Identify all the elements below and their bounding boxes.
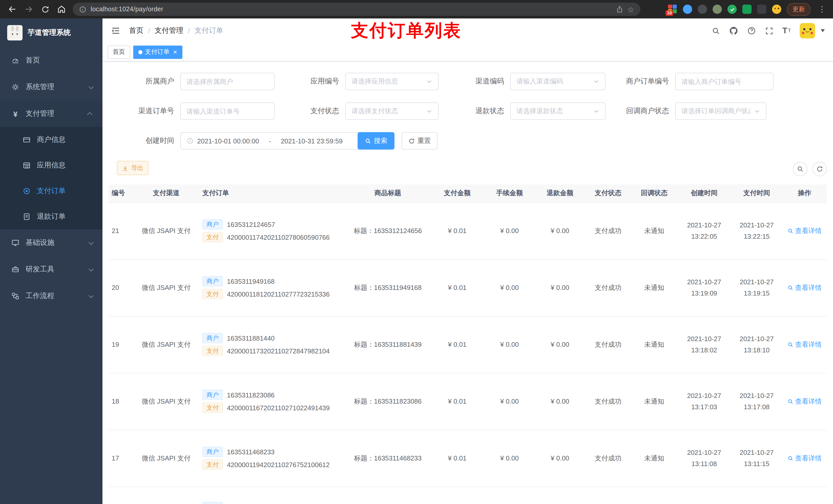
col-notify-status: 回调状态	[631, 184, 677, 202]
extension-check-icon[interactable]	[728, 5, 737, 14]
browser-update-button[interactable]: 更新	[787, 3, 810, 16]
extension-pin-icon[interactable]	[757, 5, 766, 14]
cell-actions: 查看详情	[782, 373, 827, 430]
cell-notify-status: 未通知	[631, 259, 677, 316]
browser-reload-icon[interactable]	[38, 2, 52, 16]
sidebar-item-refund-order[interactable]: 退款订单	[0, 204, 102, 230]
filter-field-app-no: 应用编号 请选择应用信息	[273, 73, 438, 90]
cell-id: 17	[109, 430, 135, 486]
cell-pay-time: 2021-10-2713:19:15	[731, 259, 782, 316]
notify-status-select[interactable]: 请选择订单回调商户状态	[675, 102, 766, 120]
sidebar-item-infrastructure[interactable]: 基础设施	[0, 230, 102, 256]
sidebar-item-home[interactable]: 首页	[0, 47, 102, 74]
view-detail-link[interactable]: 查看详情	[787, 454, 822, 463]
date-start-value[interactable]: 2021-10-01 00:00:00	[197, 137, 259, 145]
url-text[interactable]: localhost:1024/pay/order	[91, 6, 612, 13]
cell-pay-order: 商户1635311468233 支付4200001194202110276752…	[197, 430, 345, 486]
cell-pay-status: 支付成功	[585, 259, 631, 316]
channel-code-select[interactable]: 请输入渠道编码	[510, 73, 605, 90]
cell-pay-time: 2021-10-2713:18:10	[731, 316, 782, 373]
app-title: 芋道管理系统	[28, 28, 71, 38]
sidebar-item-label: 应用信息	[37, 161, 66, 170]
view-detail-link[interactable]: 查看详情	[787, 397, 822, 406]
cell-pay-order: 商户1635312124657 支付4200001174202110278060…	[197, 202, 345, 259]
col-pay-time: 支付时间	[731, 184, 782, 202]
refund-status-select[interactable]: 请选择退款状态	[510, 102, 605, 120]
refresh-table-button[interactable]	[812, 162, 827, 176]
orders-table: 编号 支付渠道 支付订单 商品标题 支付金额 手续金额 退款金额 支付状态 回调…	[109, 184, 827, 504]
sidebar-item-merchant-info[interactable]: 商户信息	[0, 127, 102, 153]
merchant-order-no-input[interactable]	[675, 73, 774, 90]
sidebar-item-payment[interactable]: ¥ 支付管理	[0, 100, 102, 127]
pay-status-select[interactable]: 请选择支付状态	[345, 102, 438, 120]
extension-blue-icon[interactable]	[683, 5, 692, 14]
merchant-tag: 商户	[203, 390, 223, 400]
merchant-tag: 商户	[203, 219, 223, 230]
view-detail-link[interactable]: 查看详情	[787, 283, 822, 292]
sidebar-item-system[interactable]: 系统管理	[0, 74, 102, 100]
extension-colorful-icon[interactable]: 10	[668, 5, 677, 14]
export-button[interactable]: 导出	[117, 161, 148, 175]
user-avatar[interactable]	[800, 23, 815, 39]
browser-menu-icon[interactable]: ⋮	[816, 5, 828, 14]
cell-amount: ¥ 0.01	[430, 259, 484, 316]
sidebar-item-label: 退款订单	[37, 212, 66, 221]
font-size-icon[interactable]: TT	[782, 27, 791, 35]
extension-olive-icon[interactable]	[713, 5, 722, 14]
view-detail-link[interactable]: 查看详情	[787, 226, 822, 235]
bookmark-star-icon[interactable]: ☆	[627, 5, 634, 13]
fullscreen-icon[interactable]	[765, 26, 774, 35]
cell-fee: ¥ 0.00	[484, 373, 535, 430]
merchant-filter-input[interactable]	[180, 73, 275, 90]
cell-refund: ¥ 0.00	[535, 202, 585, 259]
cell-channel: 微信 JSAPI 支付	[135, 316, 197, 373]
channel-order-no: 4200001173202110272847982104	[227, 347, 330, 355]
app-root: localhost:1024/pay/order ☆ 10 更新 ⋮	[0, 0, 833, 504]
search-icon[interactable]	[712, 26, 720, 35]
cell-notify-status: 未通知	[631, 430, 677, 486]
browser-forward-icon[interactable]	[22, 2, 36, 16]
view-detail-link[interactable]: 查看详情	[787, 340, 822, 349]
extension-dark-icon[interactable]	[698, 5, 707, 14]
toggle-search-button[interactable]	[793, 162, 807, 176]
merchant-order-no: 1635312124657	[227, 220, 275, 228]
cell-create-time: 2021-10-2713:18:02	[677, 316, 731, 373]
browser-back-icon[interactable]	[5, 2, 20, 16]
extension-green-square-icon[interactable]	[742, 5, 752, 14]
github-icon[interactable]	[729, 26, 738, 35]
address-bar[interactable]: localhost:1024/pay/order ☆	[73, 3, 640, 16]
avatar-caret-icon[interactable]	[821, 29, 825, 32]
tab-pay-order[interactable]: 支付订单 ×	[133, 45, 182, 58]
cell-create-time: 2021-10-2713:17:03	[677, 373, 731, 430]
merchant-order-no: 1635311949168	[227, 278, 275, 285]
breadcrumb-item[interactable]: 支付管理	[155, 26, 184, 35]
sidebar-item-pay-order[interactable]: 支付订单	[0, 178, 102, 204]
sidebar-item-workflow[interactable]: 工作流程	[0, 283, 102, 309]
merchant-tag: 商户	[203, 276, 223, 286]
date-end-value[interactable]: 2021-10-31 23:59:59	[281, 137, 342, 145]
target-icon	[23, 187, 31, 195]
cell-fee: ¥ 0.00	[484, 202, 535, 259]
breadcrumb-item-current: 支付订单	[195, 26, 223, 35]
site-info-icon[interactable]	[79, 5, 87, 13]
sidebar: 芋道管理系统 首页 系统管理 ¥ 支付管理	[0, 19, 102, 504]
channel-order-no-input[interactable]	[180, 102, 275, 120]
sidebar-item-app-info[interactable]: 应用信息	[0, 153, 102, 178]
extension-emoji-icon[interactable]	[772, 5, 781, 14]
create-time-range-input[interactable]: 2021-10-01 00:00:00 - 2021-10-31 23:59:5…	[180, 132, 369, 149]
reset-button[interactable]: 重置	[402, 132, 437, 149]
tab-home[interactable]: 首页	[108, 45, 130, 58]
app-no-select[interactable]: 请选择应用信息	[345, 73, 438, 90]
help-icon[interactable]	[747, 26, 756, 35]
channel-order-no: 4200001194202110276752100612	[227, 461, 330, 469]
breadcrumb-item[interactable]: 首页	[129, 26, 143, 35]
close-icon[interactable]: ×	[173, 49, 177, 55]
col-pay-order: 支付订单	[197, 184, 345, 202]
active-dot	[138, 50, 142, 54]
hamburger-icon[interactable]	[108, 26, 124, 36]
sidebar-item-dev-tools[interactable]: 研发工具	[0, 256, 102, 283]
browser-home-icon[interactable]	[54, 2, 69, 16]
search-button[interactable]: 搜索	[358, 132, 395, 149]
share-icon[interactable]	[616, 5, 623, 13]
sidebar-item-label: 基础设施	[26, 238, 54, 247]
